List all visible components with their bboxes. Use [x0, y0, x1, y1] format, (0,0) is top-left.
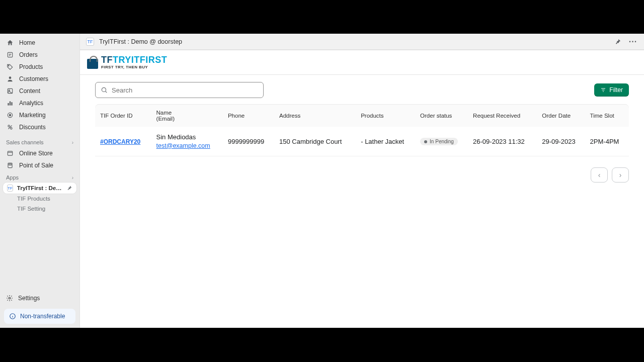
products-icon	[6, 63, 14, 71]
section-label: Apps	[6, 174, 19, 180]
filter-button[interactable]: Filter	[594, 83, 629, 97]
filter-icon	[600, 87, 606, 93]
nav-analytics[interactable]: Analytics	[0, 97, 79, 109]
svg-point-9	[9, 114, 11, 116]
app-icon: TF	[7, 185, 13, 192]
col-address: Address	[275, 104, 357, 127]
brand-tf: TF	[101, 55, 113, 65]
svg-point-10	[8, 125, 10, 127]
marketing-icon	[6, 111, 14, 119]
next-page-button[interactable]: ›	[612, 167, 629, 183]
analytics-icon	[6, 99, 14, 107]
page-title: TryITFirst : Demo @ doorstep	[99, 38, 182, 45]
svg-rect-14	[9, 164, 12, 165]
nav-label: Marketing	[19, 112, 46, 119]
nav-label: Point of Sale	[19, 162, 53, 169]
nav-home[interactable]: Home	[0, 37, 79, 49]
svg-point-2	[9, 76, 12, 79]
search-input[interactable]	[112, 86, 258, 94]
brand-logo: TFTRYITFIRST FIRST TRY, THEN BUY	[87, 55, 637, 69]
app-titlebar: TF TryITFirst : Demo @ doorstep ···	[80, 34, 644, 50]
col-order-id: TIF Order ID	[95, 104, 152, 127]
svg-point-4	[9, 90, 10, 91]
nav-label: Online Store	[19, 150, 53, 157]
nav-label: Orders	[19, 51, 38, 58]
svg-point-1	[8, 65, 9, 66]
nav-pos[interactable]: Point of Sale	[0, 159, 79, 171]
nav-label: Discounts	[19, 124, 46, 131]
cell-received: 26-09-2023 11:32	[469, 127, 538, 156]
search-icon	[101, 86, 108, 94]
svg-point-11	[11, 128, 12, 130]
brand-tagline: FIRST TRY, THEN BUY	[101, 65, 167, 69]
main-content: TF TryITFirst : Demo @ doorstep ··· TFTR…	[80, 34, 644, 328]
non-transferable-banner[interactable]: Non-transferable	[4, 309, 75, 324]
nav-label: Home	[19, 39, 35, 46]
col-slot: Time Slot	[586, 104, 629, 127]
nav-label: Customers	[19, 75, 48, 82]
nav-online-store[interactable]: Online Store	[0, 147, 79, 159]
col-phone: Phone	[224, 104, 275, 127]
home-icon	[6, 39, 14, 47]
svg-rect-12	[8, 151, 12, 155]
brand-bar: TFTRYITFIRST FIRST TRY, THEN BUY	[80, 50, 644, 75]
apps-header[interactable]: Apps ›	[0, 171, 79, 183]
sidebar: Home Orders Products Customers Content A…	[0, 34, 80, 328]
sidebar-active-app[interactable]: TF TryITFirst : Demo @ d…	[3, 183, 76, 194]
app-icon: TF	[86, 38, 94, 46]
filter-label: Filter	[609, 86, 623, 94]
search-box[interactable]	[95, 82, 264, 98]
nav-products[interactable]: Products	[0, 61, 79, 73]
non-transferable-label: Non-transferable	[20, 313, 65, 320]
cell-order-date: 29-09-2023	[538, 127, 586, 156]
svg-rect-0	[8, 52, 12, 57]
content-icon	[6, 87, 14, 95]
nav-content[interactable]: Content	[0, 85, 79, 97]
info-icon	[9, 313, 16, 320]
more-button[interactable]: ···	[628, 37, 638, 47]
brand-rest: TRYITFIRST	[113, 55, 167, 65]
app-sub-tif-setting[interactable]: TIF Setting	[0, 204, 79, 214]
gear-icon	[6, 295, 13, 302]
nav-marketing[interactable]: Marketing	[0, 109, 79, 121]
status-badge: In Pending	[420, 138, 458, 145]
discounts-icon	[6, 123, 14, 131]
svg-rect-6	[10, 102, 11, 106]
orders-table: TIF Order ID Name (Email) Phone Address …	[95, 104, 629, 156]
col-status: Order status	[416, 104, 469, 127]
nav-label: Content	[19, 87, 40, 95]
table-row[interactable]: #ORDCARY20 Sin Mediodas test@example.com…	[95, 127, 629, 156]
settings-label: Settings	[18, 295, 40, 302]
nav-customers[interactable]: Customers	[0, 73, 79, 85]
nav-orders[interactable]: Orders	[0, 49, 79, 61]
sales-channels-header[interactable]: Sales channels ›	[0, 136, 79, 147]
pagination: ‹ ›	[80, 162, 644, 188]
cell-products: - Lather Jacket	[357, 127, 416, 156]
svg-rect-5	[8, 103, 9, 106]
nav-settings[interactable]: Settings	[0, 291, 79, 306]
customer-email[interactable]: test@example.com	[156, 142, 220, 150]
app-label: TryITFirst : Demo @ d…	[17, 185, 62, 191]
nav-label: Analytics	[19, 100, 43, 107]
table-header-row: TIF Order ID Name (Email) Phone Address …	[95, 104, 629, 127]
cell-slot: 2PM-4PM	[586, 127, 629, 156]
order-id-link[interactable]: #ORDCARY20	[100, 138, 140, 145]
customers-icon	[6, 75, 14, 83]
bag-icon	[87, 56, 98, 69]
chevron-right-icon: ›	[72, 140, 73, 145]
customer-name: Sin Mediodas	[156, 133, 220, 142]
nav-discounts[interactable]: Discounts	[0, 121, 79, 133]
col-name-email: Name (Email)	[152, 104, 224, 127]
svg-rect-7	[11, 102, 12, 105]
app-sub-tif-products[interactable]: TIF Products	[0, 194, 79, 204]
pos-icon	[6, 161, 14, 169]
toolbar: Filter	[80, 75, 644, 104]
pin-icon[interactable]	[66, 185, 72, 191]
cell-address: 150 Cambridge Court	[275, 127, 357, 156]
orders-table-wrap: TIF Order ID Name (Email) Phone Address …	[80, 104, 644, 162]
svg-point-15	[9, 297, 11, 299]
orders-icon	[6, 51, 14, 59]
prev-page-button[interactable]: ‹	[591, 167, 608, 183]
pin-button[interactable]	[613, 37, 623, 47]
store-icon	[6, 149, 14, 157]
